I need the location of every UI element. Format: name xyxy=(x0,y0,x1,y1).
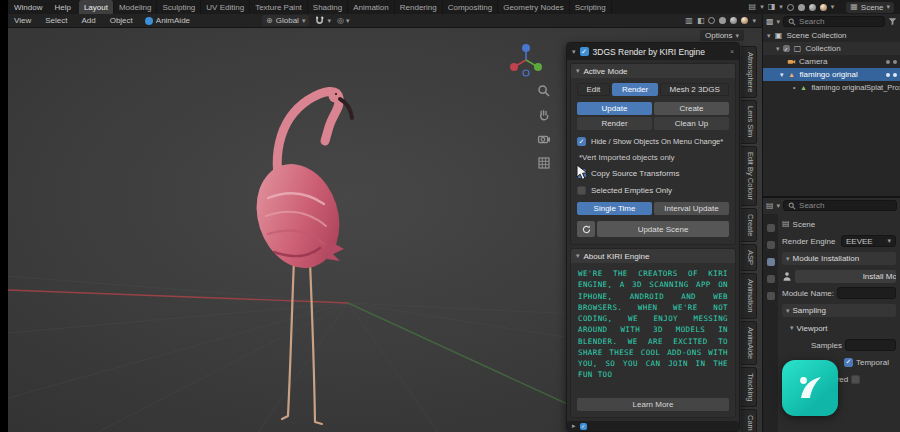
navigation-gizmo[interactable] xyxy=(506,40,546,80)
shading-solid-icon[interactable] xyxy=(719,17,726,24)
workspace-tab-animation[interactable]: Animation xyxy=(348,0,395,14)
outliner-row-camera[interactable]: Camera xyxy=(763,55,900,68)
overlays-icon[interactable]: ▤ xyxy=(749,3,757,11)
render-button[interactable]: Render xyxy=(577,117,652,130)
properties-tab-icon[interactable] xyxy=(767,275,775,283)
expand-arrow-icon[interactable]: ▾ xyxy=(776,45,780,53)
workspace-tab-rendering[interactable]: Rendering xyxy=(395,0,443,14)
install-module-button[interactable]: Install Module xyxy=(795,270,896,283)
render-engine-dropdown[interactable]: EEVEE ▾ xyxy=(841,235,896,247)
shading-wireframe-icon[interactable] xyxy=(708,17,715,24)
sidebar-tab-animation[interactable]: Animation xyxy=(741,273,757,318)
workspace-tab-geometry-nodes[interactable]: Geometry Nodes xyxy=(498,0,569,14)
properties-editor-icon[interactable]: ▤ xyxy=(766,202,774,210)
viewport-subsection[interactable]: ▾ Viewport xyxy=(782,322,896,334)
workspace-tab-layout[interactable]: Layout xyxy=(79,0,114,14)
zoom-icon[interactable] xyxy=(537,84,551,98)
sidebar-tab-create[interactable]: Create xyxy=(741,208,757,243)
expand-arrow-icon[interactable]: ▾ xyxy=(767,32,771,40)
camera-view-icon[interactable] xyxy=(537,132,551,146)
workspace-tab-scripting[interactable]: Scripting xyxy=(570,0,612,14)
menu-window[interactable]: Window xyxy=(8,0,48,14)
module-installation-section[interactable]: ▾ Module Installation xyxy=(782,252,896,265)
chevron-down-icon[interactable]: ▾ xyxy=(760,3,764,11)
learn-more-button[interactable]: Learn More xyxy=(577,398,729,411)
next-panel-header-partial[interactable]: ▸ ✓ xyxy=(567,421,739,431)
chevron-down-icon[interactable]: ▾ xyxy=(346,17,350,25)
shading-rendered-icon[interactable] xyxy=(820,4,827,11)
sampling-section[interactable]: ▾ Sampling xyxy=(782,304,896,317)
expand-arrow-icon[interactable]: ▾ xyxy=(780,71,784,79)
shading-wireframe-icon[interactable] xyxy=(787,4,794,11)
workspace-tab-sculpting[interactable]: Sculpting xyxy=(157,0,201,14)
gizmo-z-neg[interactable] xyxy=(523,70,529,76)
sidebar-tab-edit-by-colour[interactable]: Edit By Colour xyxy=(741,146,757,206)
update-scene-button[interactable]: Update Scene xyxy=(597,221,729,237)
checkbox-unchecked-icon[interactable] xyxy=(851,375,860,384)
copy-source-checkbox-row[interactable]: ✓ Copy Source Transforms xyxy=(577,168,729,179)
xray-toggle-icon[interactable]: ◧ xyxy=(697,17,705,25)
interval-update-button[interactable]: Interval Update xyxy=(654,202,729,215)
properties-search-input[interactable]: Search xyxy=(783,200,897,211)
chevron-down-icon[interactable]: ▾ xyxy=(752,17,756,25)
checkbox-checked-icon[interactable]: ✓ xyxy=(577,137,586,146)
proportional-editing-icon[interactable]: ◎ xyxy=(337,17,344,25)
chevron-down-icon[interactable]: ▾ xyxy=(779,3,783,11)
edit-mode-button[interactable]: Edit xyxy=(577,83,610,96)
mesh2-3dgs-mode-button[interactable]: Mesh 2 3DGS xyxy=(660,83,729,96)
properties-tab-icon[interactable] xyxy=(767,241,775,249)
update-button[interactable]: Update xyxy=(577,102,652,115)
shading-rendered-icon[interactable] xyxy=(741,17,748,24)
panel-close-icon[interactable]: × xyxy=(730,48,734,55)
eye-icon[interactable] xyxy=(886,60,890,64)
menu-help[interactable]: Help xyxy=(48,0,76,14)
eye-icon[interactable] xyxy=(886,73,890,77)
kiri-panel-header[interactable]: ▾ ✓ 3DGS Render by KIRI Engine × xyxy=(567,43,739,60)
workspace-tab-texture-paint[interactable]: Texture Paint xyxy=(250,0,308,14)
outliner-row-flamingo-original[interactable]: ▾ ▴ flamingo original xyxy=(763,68,900,81)
animaide-menu[interactable]: AnimAide xyxy=(141,16,194,25)
workspace-tab-shading[interactable]: Shading xyxy=(308,0,348,14)
ortho-grid-icon[interactable] xyxy=(537,156,551,170)
active-mode-header[interactable]: ▾ Active Mode xyxy=(571,64,735,78)
shading-solid-icon[interactable] xyxy=(798,4,805,11)
outliner-editor-icon[interactable]: ▩ xyxy=(766,18,774,26)
properties-tab-tool-icon[interactable] xyxy=(767,258,775,266)
menu-select[interactable]: Select xyxy=(39,16,73,25)
transform-orientation-dropdown[interactable]: ⊕ Global ▾ xyxy=(262,15,309,26)
chevron-down-icon[interactable]: ▾ xyxy=(777,18,781,26)
clean-up-button[interactable]: Clean Up xyxy=(654,117,729,130)
samples-input[interactable] xyxy=(845,339,896,351)
menu-view[interactable]: View xyxy=(8,16,37,25)
sidebar-tab-cam-array[interactable]: Cam Array xyxy=(741,409,757,432)
shading-material-icon[interactable] xyxy=(730,17,737,24)
hide-show-checkbox-row[interactable]: ✓ Hide / Show Objects On Menu Change* xyxy=(577,136,729,147)
selected-empties-checkbox-row[interactable]: Selected Empties Only xyxy=(577,185,729,196)
sidebar-tab-asp[interactable]: ASP xyxy=(741,244,757,271)
outliner-row-splat-proxy[interactable]: • ▴ flamingo originalSplat_Proxy xyxy=(763,81,900,94)
sidebar-tab-tracking[interactable]: Tracking xyxy=(741,367,757,407)
gizmo-toggle-icon[interactable]: ◨ xyxy=(768,3,776,11)
module-name-input[interactable] xyxy=(837,287,896,299)
create-button[interactable]: Create xyxy=(654,102,729,115)
options-button[interactable]: Options ▾ xyxy=(700,30,744,41)
single-time-button[interactable]: Single Time xyxy=(577,202,652,215)
outliner-row-scene-collection[interactable]: ▾ ▣ Scene Collection xyxy=(763,29,900,42)
sidebar-tab-lens-sim[interactable]: Lens Sim xyxy=(741,100,757,143)
snap-magnet-icon[interactable] xyxy=(314,15,325,26)
filter-icon[interactable] xyxy=(888,17,897,26)
collapse-arrow-icon[interactable]: ▾ xyxy=(572,48,576,56)
render-mode-button[interactable]: Render xyxy=(612,83,659,96)
workspace-tab-compositing[interactable]: Compositing xyxy=(443,0,498,14)
properties-tab-icon[interactable] xyxy=(767,292,775,300)
workspace-tab-uv-editing[interactable]: UV Editing xyxy=(201,0,250,14)
gizmo-x-axis[interactable] xyxy=(510,63,518,71)
chevron-down-icon[interactable]: ▾ xyxy=(327,17,331,25)
chevron-down-icon[interactable]: ▾ xyxy=(777,202,781,210)
render-toggle-icon[interactable] xyxy=(893,60,897,64)
about-header[interactable]: ▾ About KIRI Engine xyxy=(571,249,735,263)
outliner-search-input[interactable]: Search xyxy=(783,16,885,27)
scene-selector[interactable]: ▦ Scene ▾ xyxy=(846,2,894,13)
checkbox-unchecked-icon[interactable] xyxy=(577,186,586,195)
gizmo-y-axis[interactable] xyxy=(534,63,542,71)
